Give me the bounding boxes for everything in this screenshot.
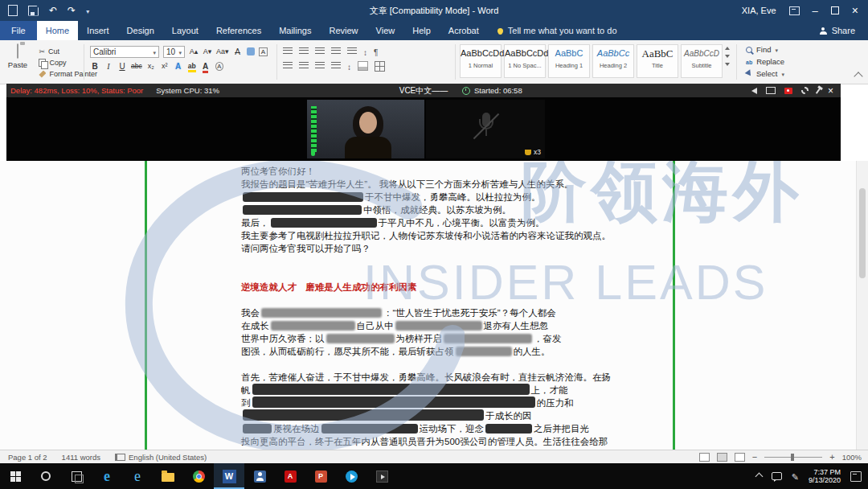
redo-icon[interactable] xyxy=(68,5,76,16)
search-button[interactable] xyxy=(31,463,61,489)
superscript-button[interactable] xyxy=(160,60,170,72)
format-painter-button[interactable]: Format Painter xyxy=(39,68,97,80)
task-view-button[interactable] xyxy=(61,463,92,489)
multilevel-list-icon[interactable] xyxy=(315,47,325,55)
cut-button[interactable]: Cut xyxy=(39,46,97,57)
paste-button[interactable]: Paste xyxy=(5,44,31,69)
vce-close-icon[interactable] xyxy=(828,85,833,97)
restore-button[interactable] xyxy=(831,6,839,14)
styles-scroll-up-icon[interactable] xyxy=(725,47,730,50)
enclose-characters-icon[interactable] xyxy=(215,60,224,72)
tab-review[interactable]: Review xyxy=(321,21,367,40)
font-color-icon[interactable] xyxy=(201,61,211,72)
video-app-taskbar-button[interactable] xyxy=(366,463,397,489)
tab-design[interactable]: Design xyxy=(118,21,163,40)
font-size-select[interactable]: 10 xyxy=(163,46,185,58)
shrink-font-icon[interactable] xyxy=(203,46,212,57)
read-mode-icon[interactable] xyxy=(699,453,710,462)
media-player-taskbar-button[interactable] xyxy=(336,463,366,489)
align-left-icon[interactable] xyxy=(283,62,293,70)
tab-references[interactable]: References xyxy=(207,21,270,40)
bold-button[interactable] xyxy=(90,61,100,72)
web-layout-icon[interactable] xyxy=(735,453,745,462)
share-button[interactable]: Share xyxy=(820,21,868,40)
select-button[interactable]: Select xyxy=(746,68,784,80)
start-button[interactable] xyxy=(0,463,31,489)
subscript-button[interactable] xyxy=(146,60,156,72)
style-title[interactable]: AaBbC Title xyxy=(637,44,678,78)
close-button[interactable] xyxy=(852,4,858,17)
muted-feed[interactable]: x3 xyxy=(426,100,545,158)
decrease-indent-icon[interactable] xyxy=(331,47,341,55)
tab-home[interactable]: Home xyxy=(37,21,78,40)
contacts-taskbar-button[interactable] xyxy=(244,463,275,489)
ribbon-display-options-icon[interactable] xyxy=(789,6,800,15)
language-indicator[interactable]: English (United States) xyxy=(115,453,207,462)
powerpoint-taskbar-button[interactable] xyxy=(305,463,336,489)
tab-mailings[interactable]: Mailings xyxy=(270,21,320,40)
chrome-taskbar-button[interactable] xyxy=(183,463,214,489)
pilcrow-icon[interactable] xyxy=(374,44,378,59)
collapse-ribbon-icon[interactable] xyxy=(854,72,862,80)
phonetic-guide-icon[interactable] xyxy=(247,47,255,55)
justify-icon[interactable] xyxy=(331,62,341,70)
pin-icon[interactable] xyxy=(816,88,821,94)
edge-taskbar-button[interactable] xyxy=(92,463,122,489)
text-highlight-icon[interactable] xyxy=(187,60,197,72)
numbering-icon[interactable] xyxy=(299,47,309,55)
zoom-out-icon[interactable] xyxy=(752,452,757,462)
webcam-feed[interactable] xyxy=(307,100,424,158)
tab-acrobat[interactable]: Acrobat xyxy=(440,21,488,40)
change-case-icon[interactable] xyxy=(216,46,229,57)
find-button[interactable]: Find xyxy=(746,43,784,55)
style-normal[interactable]: AaBbCcDd 1 Normal xyxy=(460,44,502,78)
tab-layout[interactable]: Layout xyxy=(163,21,207,40)
zoom-slider-thumb[interactable] xyxy=(791,454,794,461)
tell-me-box[interactable]: Tell me what you want to do xyxy=(488,21,627,40)
settings-gear-icon[interactable] xyxy=(801,87,809,94)
minimize-button[interactable] xyxy=(813,5,818,17)
screen-share-icon[interactable] xyxy=(766,87,776,94)
strikethrough-button[interactable] xyxy=(131,60,142,72)
increase-indent-icon[interactable] xyxy=(347,47,357,55)
bullets-icon[interactable] xyxy=(283,47,293,55)
style-heading2[interactable]: AaBbCc Heading 2 xyxy=(592,44,634,78)
vertical-scrollbar[interactable] xyxy=(856,161,868,450)
font-family-select[interactable]: Calibri xyxy=(90,46,159,58)
announce-icon[interactable] xyxy=(751,88,757,94)
signed-in-user[interactable]: XIA, Eve xyxy=(742,6,776,15)
action-center-icon[interactable] xyxy=(850,471,862,482)
line-spacing-icon[interactable] xyxy=(347,59,351,73)
page-indicator[interactable]: Page 1 of 2 xyxy=(8,453,47,462)
customize-quick-access-icon[interactable] xyxy=(86,6,89,15)
print-layout-icon[interactable] xyxy=(717,453,727,462)
zoom-in-icon[interactable] xyxy=(829,452,834,462)
tray-expand-icon[interactable] xyxy=(755,472,763,480)
text-effects-icon[interactable] xyxy=(174,61,183,72)
align-center-icon[interactable] xyxy=(299,62,309,70)
character-border-icon[interactable] xyxy=(259,46,268,57)
copy-button[interactable]: Copy xyxy=(39,57,97,68)
word-taskbar-button[interactable] xyxy=(214,463,244,489)
tab-insert[interactable]: Insert xyxy=(78,21,118,40)
scrollbar-thumb[interactable] xyxy=(859,188,866,278)
styles-scroll-down-icon[interactable] xyxy=(725,55,730,58)
style-heading1[interactable]: AaBbC Heading 1 xyxy=(548,44,590,78)
sort-icon[interactable] xyxy=(363,44,367,59)
tab-view[interactable]: View xyxy=(367,21,404,40)
zoom-level[interactable]: 100% xyxy=(842,453,862,462)
borders-icon[interactable] xyxy=(375,61,385,72)
replace-button[interactable]: Replace xyxy=(746,55,784,68)
doc-lines[interactable]: 两位考官你们好！我报告的题目是“苦难升华人生”。 我将从以下三个方面来分析苦难与… xyxy=(241,165,627,448)
record-indicator[interactable] xyxy=(784,88,792,94)
chat-tray-icon[interactable] xyxy=(772,472,782,480)
pen-tray-icon[interactable] xyxy=(792,469,799,483)
italic-button[interactable] xyxy=(104,61,113,72)
underline-button[interactable] xyxy=(117,61,127,72)
zoom-slider[interactable] xyxy=(764,457,822,458)
styles-more-icon[interactable] xyxy=(725,63,730,66)
acrobat-taskbar-button[interactable] xyxy=(275,463,305,489)
tab-file[interactable]: File xyxy=(0,21,37,40)
file-explorer-button[interactable] xyxy=(153,463,183,489)
style-subtitle[interactable]: AaBbCcD Subtitle xyxy=(681,44,723,78)
